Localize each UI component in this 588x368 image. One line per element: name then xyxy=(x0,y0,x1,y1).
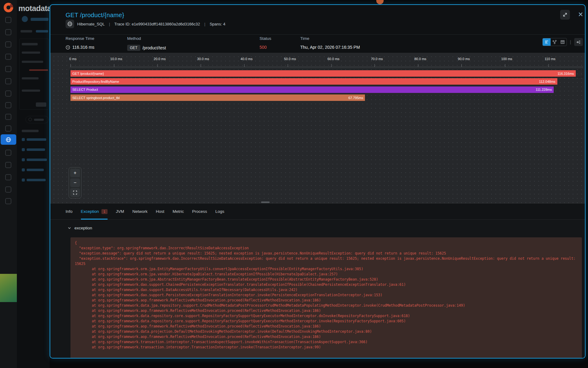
sidebar-label-skeleton xyxy=(22,43,38,45)
tab-host[interactable]: Host xyxy=(156,204,164,220)
axis-tick-label: 10.0 ms xyxy=(110,57,122,61)
rail-icon-7[interactable] xyxy=(5,90,11,97)
axis-tick-label: 70.0 ms xyxy=(371,57,383,61)
rail-icon-6[interactable] xyxy=(5,78,11,84)
rail-icon-2[interactable] xyxy=(5,29,11,35)
sidebar-service-name-skeleton xyxy=(31,18,48,21)
trace-link-skeleton-1[interactable] xyxy=(27,138,46,141)
axis-tick-mark xyxy=(70,64,71,67)
rail-icon-15[interactable] xyxy=(5,198,11,204)
view-switch-group xyxy=(542,38,567,46)
rail-icon-11[interactable] xyxy=(5,150,11,156)
trace-list-icon-5 xyxy=(22,178,25,182)
trace-detail-modal: GET /product/{name} × Hibernate_SQL | Tr… xyxy=(50,4,586,358)
zoom-out-button[interactable]: − xyxy=(70,178,80,187)
tab-logs[interactable]: Logs xyxy=(215,204,224,220)
tab-label: Host xyxy=(156,209,164,214)
trace-link-skeleton-4[interactable] xyxy=(27,169,44,171)
trace-link-skeleton-2[interactable] xyxy=(27,148,45,151)
rail-icon-10[interactable] xyxy=(5,125,11,132)
trace-span-bar[interactable]: GET /product/{name}116.316ms xyxy=(70,70,576,77)
background-chart-blob xyxy=(0,274,17,302)
service-type-badge xyxy=(66,20,74,28)
response-time-label: Response Time xyxy=(66,36,94,41)
sidebar-search-text-skeleton xyxy=(34,119,44,121)
topology-view-button[interactable] xyxy=(551,38,559,46)
trace-title: GET /product/{name} xyxy=(66,12,124,19)
rail-icon-1[interactable] xyxy=(5,17,11,23)
separator: | xyxy=(108,22,111,26)
span-duration: 116.316ms xyxy=(558,72,574,75)
trace-subheader: Hibernate_SQL | Trace ID: e1e990433dff14… xyxy=(66,20,226,28)
zoom-in-button[interactable]: + xyxy=(70,169,80,177)
rail-item-active-traces[interactable] xyxy=(1,134,16,145)
exception-tab-panel: exception { "exception.type": org.spring… xyxy=(50,220,585,358)
trace-row: GET /product/{name}116.316ms xyxy=(50,70,585,77)
motadata-logo-icon[interactable] xyxy=(4,3,13,12)
globe-icon xyxy=(6,137,11,143)
trace-link-skeleton-3[interactable] xyxy=(27,159,47,161)
endpoint-path: /product/test xyxy=(142,45,166,50)
axis-tick-label: 20.0 ms xyxy=(154,57,166,61)
tab-label: JVM xyxy=(116,209,124,214)
span-name: GET /product/{name} xyxy=(72,72,104,75)
tab-badge: 1 xyxy=(101,209,108,214)
axis-tick-mark xyxy=(331,64,332,67)
trace-list-icon-2 xyxy=(22,148,25,151)
exception-section-toggle[interactable]: exception xyxy=(67,226,92,230)
tab-jvm[interactable]: JVM xyxy=(116,204,124,220)
waterfall-view-button[interactable] xyxy=(543,38,551,46)
axis-tick-label: 40.0 ms xyxy=(241,57,252,61)
header-divider xyxy=(50,34,585,35)
status-label: Status xyxy=(260,36,271,41)
user-avatar[interactable] xyxy=(376,0,384,4)
rail-icon-13[interactable] xyxy=(5,174,11,180)
time-value: Thu, Apr 02, 2026 07:16:35 PM xyxy=(300,45,360,50)
fit-screen-button[interactable] xyxy=(70,188,80,197)
clock-icon xyxy=(66,45,70,50)
axis-tick-label: 80.0 ms xyxy=(414,57,426,61)
rail-icon-4[interactable] xyxy=(5,54,11,60)
separator: | xyxy=(203,22,207,26)
sidebar-button-skeleton xyxy=(36,102,46,107)
table-view-button[interactable] xyxy=(559,38,567,46)
expand-icon xyxy=(563,12,567,17)
trace-list-icon-3 xyxy=(22,158,25,161)
rail-icon-12[interactable] xyxy=(5,162,11,168)
background-sidebar xyxy=(17,0,50,368)
trace-row: SELECT Product111.228ms xyxy=(50,86,585,93)
rail-icon-8[interactable] xyxy=(5,102,11,108)
time-label: Time xyxy=(300,36,309,41)
topology-view-icon xyxy=(552,40,557,44)
tab-metric[interactable]: Metric xyxy=(173,204,184,220)
axis-tick-mark xyxy=(288,64,288,67)
trace-row: ProductRepository.findByName112.048ms xyxy=(50,78,585,85)
trace-span-bar[interactable]: SELECT Product111.228ms xyxy=(70,86,554,93)
collapse-panel-button[interactable] xyxy=(574,38,583,46)
sidebar-section-label-skeleton xyxy=(22,130,39,132)
trace-span-bar[interactable]: ProductRepository.findByName112.048ms xyxy=(70,78,557,85)
tab-info[interactable]: Info xyxy=(66,204,73,220)
tab-label: Logs xyxy=(215,209,224,214)
panel-resize-handle[interactable] xyxy=(261,201,270,203)
tab-exception[interactable]: Exception1 xyxy=(81,204,108,220)
axis-tick-label: 100 ms xyxy=(501,57,512,61)
rail-icon-9[interactable] xyxy=(5,114,11,120)
axis-tick-mark xyxy=(201,64,201,67)
tab-network[interactable]: Network xyxy=(132,204,148,220)
expand-modal-button[interactable] xyxy=(560,10,570,20)
tab-process[interactable]: Process xyxy=(192,204,207,220)
trace-link-skeleton-5[interactable] xyxy=(27,179,46,181)
rail-icon-5[interactable] xyxy=(5,66,11,72)
tab-label: Exception xyxy=(81,209,99,214)
axis-tick-mark xyxy=(374,64,375,67)
rail-icon-3[interactable] xyxy=(5,41,11,48)
zoom-controls: + − xyxy=(69,167,82,198)
close-modal-button[interactable]: × xyxy=(575,9,586,20)
trace-row: SELECT springboot.product_tbl67.795ms xyxy=(50,94,585,101)
sidebar-row-skeleton-1 xyxy=(22,52,40,54)
sidebar-row-skeleton-4 xyxy=(22,90,40,92)
trace-span-bar[interactable]: SELECT springboot.product_tbl67.795ms xyxy=(70,94,365,101)
rail-icon-14[interactable] xyxy=(5,186,11,193)
response-time-value: 116.316 ms xyxy=(66,45,94,50)
